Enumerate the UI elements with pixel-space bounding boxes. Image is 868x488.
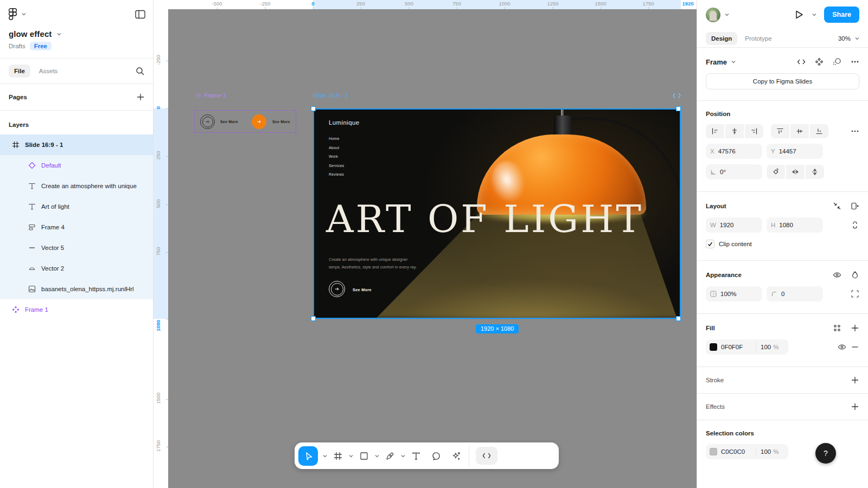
- flip-horizontal-icon[interactable]: [786, 165, 805, 179]
- corner-radius-field[interactable]: 0: [767, 286, 823, 301]
- selection-handle[interactable]: [311, 316, 316, 321]
- slide-frame[interactable]: Luminique Home About Work Services Revie…: [313, 108, 681, 319]
- layer-row-frame4[interactable]: Frame 4: [0, 217, 153, 237]
- layer-row-vector2[interactable]: Vector 2: [0, 258, 153, 279]
- tab-prototype[interactable]: Prototype: [739, 32, 777, 45]
- position-section: Position X47576 Y14457: [697, 101, 868, 192]
- layer-row-slide[interactable]: Slide 16:9 - 1: [0, 134, 153, 155]
- create-component-icon[interactable]: [815, 57, 824, 66]
- selection-handle[interactable]: [676, 106, 681, 111]
- remove-fill-icon[interactable]: [851, 343, 859, 351]
- shape-tool-chevron-icon[interactable]: [375, 454, 379, 458]
- figma-menu-icon[interactable]: [9, 8, 17, 20]
- frame1-component[interactable]: See More See More: [194, 110, 296, 133]
- file-menu-chevron-icon[interactable]: [57, 32, 61, 36]
- add-fill-icon[interactable]: [851, 324, 859, 332]
- pen-tool-chevron-icon[interactable]: [401, 454, 405, 458]
- blend-droplet-icon[interactable]: [851, 271, 859, 279]
- layer-row-image[interactable]: basanets_olena_httpss.mj.runlHrl: [0, 279, 153, 299]
- actions-ai-tool[interactable]: [450, 450, 462, 462]
- comment-tool[interactable]: [430, 450, 442, 462]
- layer-row-text-1[interactable]: Create an atmosphere with unique: [0, 176, 153, 196]
- nav-item-services: Services: [329, 164, 344, 168]
- shape-tool[interactable]: [358, 450, 370, 462]
- align-right-icon[interactable]: [745, 124, 763, 138]
- file-title: glow effect: [9, 29, 52, 38]
- selection-color-field[interactable]: C0C0C0 100 %: [706, 444, 788, 459]
- layer-row-frame1[interactable]: Frame 1: [0, 299, 153, 320]
- align-left-icon[interactable]: [706, 124, 724, 138]
- align-bottom-icon[interactable]: [810, 124, 828, 138]
- frame-tool[interactable]: [332, 450, 344, 462]
- copy-to-slides-button[interactable]: Copy to Figma Slides: [706, 73, 859, 89]
- zoom-chevron-icon[interactable]: [855, 36, 859, 41]
- clip-content-label: Clip content: [719, 241, 752, 247]
- tab-assets[interactable]: Assets: [34, 65, 63, 78]
- add-stroke-icon[interactable]: [851, 376, 859, 384]
- align-top-icon[interactable]: [771, 124, 789, 138]
- add-page-icon[interactable]: [137, 93, 144, 101]
- pen-tool[interactable]: [384, 450, 396, 462]
- text-layer-icon: [28, 203, 36, 210]
- layer-row-vector5[interactable]: Vector 5: [0, 237, 153, 258]
- selection-handle[interactable]: [311, 106, 316, 111]
- chevron-down-icon[interactable]: [22, 12, 26, 16]
- present-button[interactable]: [794, 9, 805, 20]
- selection-color-swatch[interactable]: [710, 448, 717, 455]
- frame-tool-chevron-icon[interactable]: [349, 454, 353, 458]
- appearance-section: Appearance 100% 0: [697, 261, 868, 314]
- selection-handle[interactable]: [676, 316, 681, 321]
- text-tool[interactable]: [410, 450, 422, 462]
- y-position-field[interactable]: Y14457: [767, 144, 823, 159]
- add-auto-layout-icon[interactable]: [851, 202, 859, 210]
- dev-mode-toggle[interactable]: [476, 447, 505, 465]
- constrain-proportions-icon[interactable]: [851, 221, 859, 229]
- tab-design[interactable]: Design: [706, 32, 737, 45]
- tab-file[interactable]: File: [9, 65, 30, 78]
- x-position-field[interactable]: X47576: [706, 144, 762, 159]
- mask-icon[interactable]: [833, 57, 841, 66]
- canvas[interactable]: Luminique Home About Work Services Revie…: [154, 0, 697, 488]
- layer-row-default[interactable]: Default: [0, 155, 153, 176]
- breadcrumb-location[interactable]: Drafts: [9, 43, 25, 49]
- move-tool[interactable]: [298, 446, 318, 466]
- rotation-field[interactable]: 0°: [706, 164, 762, 179]
- independent-corners-icon[interactable]: [851, 290, 859, 298]
- flip-vertical-icon[interactable]: [806, 165, 824, 179]
- opacity-field[interactable]: 100%: [706, 286, 762, 301]
- zoom-level[interactable]: 30%: [838, 35, 851, 42]
- align-v-center-icon[interactable]: [790, 124, 809, 138]
- resize-to-fit-icon[interactable]: [833, 202, 841, 210]
- align-h-center-icon[interactable]: [725, 124, 744, 138]
- move-tool-chevron-icon[interactable]: [323, 454, 327, 458]
- slide-headline: ART OF LIGHT: [326, 198, 673, 240]
- width-field[interactable]: W1920: [706, 217, 762, 233]
- height-field[interactable]: H1080: [767, 217, 823, 233]
- selection-type[interactable]: Frame: [706, 58, 727, 66]
- slide-frame-label[interactable]: Slide 16:9 - 1: [313, 92, 681, 99]
- fill-swatch[interactable]: [710, 343, 717, 351]
- clip-content-checkbox[interactable]: [706, 240, 714, 248]
- right-panel: Share Design Prototype 30% Frame Copy to…: [697, 0, 868, 488]
- layer-row-text-2[interactable]: Art of light: [0, 196, 153, 217]
- slide-body-text: Create an atmosphere with unique designe…: [329, 256, 417, 271]
- selection-chevron-icon[interactable]: [731, 60, 736, 64]
- search-icon[interactable]: [136, 67, 144, 75]
- account-chevron-icon[interactable]: [725, 12, 729, 17]
- position-more-icon[interactable]: [851, 127, 859, 136]
- eye-icon[interactable]: [833, 271, 841, 279]
- add-effect-icon[interactable]: [851, 402, 859, 411]
- help-button[interactable]: ?: [815, 443, 836, 464]
- styles-icon[interactable]: [833, 324, 841, 332]
- fill-color-field[interactable]: 0F0F0F 100 %: [706, 339, 788, 355]
- avatar[interactable]: [706, 8, 720, 22]
- collapse-sidebar-icon[interactable]: [135, 10, 145, 19]
- present-chevron-icon[interactable]: [812, 12, 816, 17]
- fill-visibility-icon[interactable]: [838, 343, 846, 351]
- rotate-icon[interactable]: [767, 165, 785, 179]
- more-options-icon[interactable]: [851, 57, 859, 66]
- share-button[interactable]: Share: [824, 7, 859, 23]
- code-icon[interactable]: [797, 57, 806, 66]
- frame1-label[interactable]: Frame 1: [195, 92, 226, 99]
- dev-code-badge-icon[interactable]: [673, 93, 681, 99]
